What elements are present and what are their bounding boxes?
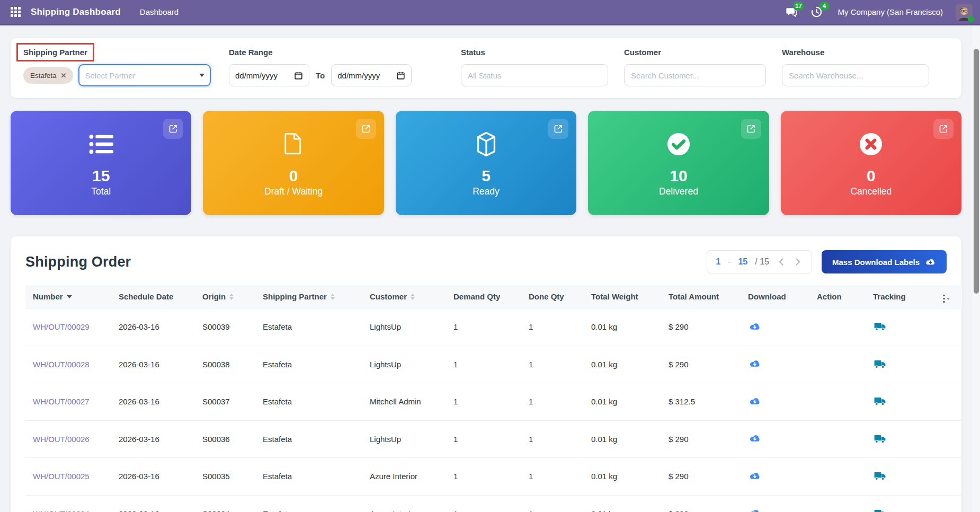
date-to-input[interactable]: dd/mm/yyyy xyxy=(331,64,412,86)
mass-download-labels-button[interactable]: Mass Download Labels xyxy=(822,250,947,273)
date-range-separator: To xyxy=(315,71,326,80)
cell-total-weight: 0.01 kg xyxy=(587,458,664,496)
col-header-schedule-date[interactable]: Schedule Date xyxy=(114,285,198,308)
next-page-chevron-icon[interactable] xyxy=(794,255,803,268)
col-header-total-amount: Total Amount xyxy=(664,285,744,308)
cell-done-qty: 1 xyxy=(524,383,587,421)
col-header-download: Download xyxy=(744,285,813,308)
download-label-button[interactable] xyxy=(748,395,762,407)
external-link-button[interactable] xyxy=(741,119,761,139)
external-link-button[interactable] xyxy=(548,119,568,139)
stat-value: 15 xyxy=(92,167,110,184)
customer-label: Customer xyxy=(624,48,766,57)
cell-demand-qty: 1 xyxy=(449,308,524,346)
cell-customer: Azure Interior xyxy=(366,495,449,512)
external-link-button[interactable] xyxy=(163,119,183,139)
calendar-icon xyxy=(294,71,303,80)
tracking-button[interactable] xyxy=(873,321,887,332)
tracking-button[interactable] xyxy=(873,395,887,407)
user-avatar[interactable] xyxy=(956,4,973,21)
download-label-button[interactable] xyxy=(748,358,762,370)
cell-action xyxy=(813,308,869,346)
messages-button[interactable]: 17 xyxy=(784,5,799,19)
activities-button[interactable]: 4 xyxy=(809,5,824,19)
tracking-button[interactable] xyxy=(873,433,887,445)
stat-card-cancelled[interactable]: 0 Cancelled xyxy=(781,111,961,215)
page-start[interactable]: 1 xyxy=(716,257,720,267)
order-number-link[interactable]: WH/OUT/00029 xyxy=(33,322,90,331)
app-title: Shipping Dashboard xyxy=(31,7,121,17)
external-link-button[interactable] xyxy=(933,119,954,139)
remove-tag-icon[interactable]: ✕ xyxy=(61,72,67,79)
col-header-customer[interactable]: Customer xyxy=(366,285,449,308)
cloud-download-icon xyxy=(749,508,761,512)
tracking-button[interactable] xyxy=(873,358,887,370)
col-header-demand-qty: Demand Qty xyxy=(449,285,524,308)
chevron-down-icon[interactable] xyxy=(199,74,204,77)
page-end[interactable]: 15 xyxy=(738,257,747,267)
cell-schedule-date: 2026-03-16 xyxy=(114,346,198,383)
cell-total-amount: $ 290 xyxy=(664,308,744,346)
stat-card-draft-waiting[interactable]: 0 Draft / Waiting xyxy=(203,111,384,215)
cell-done-qty: 1 xyxy=(524,346,587,383)
order-number-link[interactable]: WH/OUT/00026 xyxy=(33,435,90,444)
cloud-download-icon xyxy=(749,322,761,332)
col-header-done-qty: Done Qty xyxy=(524,285,587,308)
tracking-button[interactable] xyxy=(873,470,887,482)
status-input[interactable] xyxy=(461,64,608,86)
stat-card-delivered[interactable]: 10 Delivered xyxy=(588,111,769,215)
order-number-link[interactable]: WH/OUT/00024 xyxy=(33,509,90,512)
prev-page-chevron-icon[interactable] xyxy=(777,255,786,268)
apps-menu-button[interactable] xyxy=(7,4,23,20)
cell-total-weight: 0.01 kg xyxy=(587,495,664,512)
truck-icon xyxy=(874,471,886,481)
scrollbar-thumb[interactable] xyxy=(974,49,979,294)
col-header-total-weight: Total Weight xyxy=(587,285,664,308)
page-total: / 15 xyxy=(755,257,769,267)
cell-total-weight: 0.01 kg xyxy=(587,308,664,346)
download-label-button[interactable] xyxy=(748,470,762,482)
order-number-link[interactable]: WH/OUT/00028 xyxy=(33,360,90,369)
download-label-button[interactable] xyxy=(748,433,762,445)
order-number-link[interactable]: WH/OUT/00025 xyxy=(33,472,90,481)
customer-search-input[interactable] xyxy=(624,64,766,86)
calendar-icon xyxy=(396,71,405,80)
select-partner-field xyxy=(78,64,211,86)
document-icon xyxy=(284,131,303,157)
company-switcher[interactable]: My Company (San Francisco) xyxy=(838,7,943,16)
cell-schedule-date: 2026-03-16 xyxy=(114,495,198,512)
activities-count-badge: 4 xyxy=(819,2,830,11)
stat-card-ready[interactable]: 5 Ready xyxy=(396,111,576,215)
top-navbar: Shipping Dashboard Dashboard 17 4 My Com… xyxy=(0,0,980,25)
table-row: WH/OUT/00027 2026-03-16 S00037 Estafeta … xyxy=(25,383,962,421)
sort-icon xyxy=(331,294,335,300)
nav-menu-dashboard[interactable]: Dashboard xyxy=(135,4,184,20)
select-partner-input[interactable] xyxy=(85,71,196,80)
warehouse-search-input[interactable] xyxy=(782,64,929,86)
col-header-number[interactable]: Number xyxy=(25,285,114,308)
cell-shipping-partner: Estafeta xyxy=(259,383,366,421)
order-number-link[interactable]: WH/OUT/00027 xyxy=(33,397,90,406)
cell-demand-qty: 1 xyxy=(449,346,524,383)
page-separator: - xyxy=(728,257,730,267)
download-label-button[interactable] xyxy=(748,508,762,512)
download-label-button[interactable] xyxy=(748,321,762,332)
cell-action xyxy=(813,495,869,512)
cell-schedule-date: 2026-03-16 xyxy=(114,308,198,346)
cell-total-amount: $ 290 xyxy=(664,346,744,383)
vertical-scrollbar[interactable] xyxy=(972,25,980,512)
stat-card-total[interactable]: 15 Total xyxy=(11,111,191,215)
cell-done-qty: 1 xyxy=(524,308,587,346)
col-header-options[interactable] xyxy=(939,285,962,308)
cell-action xyxy=(813,346,869,383)
cell-action xyxy=(813,383,869,421)
col-header-origin[interactable]: Origin xyxy=(198,285,259,308)
cell-customer: Mitchell Admin xyxy=(366,383,449,421)
cell-action xyxy=(813,458,869,496)
col-header-shipping-partner[interactable]: Shipping Partner xyxy=(259,285,366,308)
external-link-button[interactable] xyxy=(356,119,376,139)
column-options-icon xyxy=(943,297,950,300)
date-from-input[interactable]: dd/mm/yyyy xyxy=(229,64,309,86)
tracking-button[interactable] xyxy=(873,508,887,512)
col-header-tracking: Tracking xyxy=(869,285,939,308)
